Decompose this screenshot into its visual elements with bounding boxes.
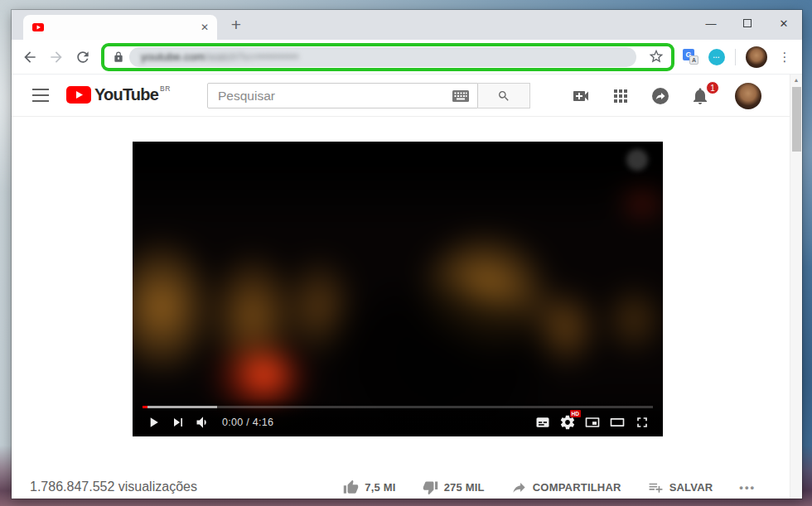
tab-close-icon[interactable]: ✕ — [201, 22, 209, 32]
apps-grid-icon — [611, 86, 631, 106]
search-input[interactable] — [208, 89, 452, 104]
play-icon — [145, 414, 162, 431]
save-label: SALVAR — [669, 481, 713, 494]
url-text[interactable]: youtube.com/watch?v=••••••••••• — [129, 47, 636, 67]
player-controls: 0:00 / 4:16 HD — [133, 398, 663, 436]
video-camera-plus-icon — [571, 86, 591, 106]
youtube-play-icon — [66, 86, 91, 104]
translate-extension-icon[interactable]: G A — [683, 49, 698, 65]
volume-icon — [195, 414, 211, 431]
theater-icon — [609, 414, 626, 431]
keyboard-icon[interactable] — [452, 90, 469, 102]
theater-mode-button[interactable] — [605, 412, 630, 432]
page-scrollbar[interactable]: ▲ — [790, 75, 802, 499]
dislike-button[interactable]: 275 MIL — [423, 479, 485, 495]
hamburger-menu-icon[interactable] — [32, 89, 49, 102]
maximize-button[interactable] — [729, 10, 766, 36]
thumb-up-icon — [343, 479, 359, 495]
captions-button[interactable] — [530, 412, 555, 432]
video-watermark-icon — [626, 149, 648, 171]
thumb-down-icon — [423, 479, 438, 495]
fullscreen-button[interactable] — [630, 412, 655, 432]
youtube-page: YouTube BR 1 — [12, 75, 802, 499]
hd-badge: HD — [570, 410, 581, 417]
url-path-blurred: /watch?v=••••••••••• — [205, 51, 298, 63]
volume-button[interactable] — [191, 412, 215, 432]
dislike-count: 275 MIL — [444, 481, 485, 494]
share-label: COMPARTILHAR — [533, 481, 621, 494]
window-controls: — ✕ — [693, 10, 802, 36]
browser-toolbar: youtube.com/watch?v=••••••••••• G A ••• … — [12, 40, 802, 75]
video-player[interactable]: 0:00 / 4:16 HD — [133, 142, 663, 436]
reload-button[interactable] — [70, 45, 95, 70]
playlist-add-icon — [648, 479, 664, 495]
scrollbar-up-icon[interactable]: ▲ — [790, 77, 802, 83]
youtube-favicon-icon — [31, 21, 45, 34]
miniplayer-icon — [584, 414, 601, 431]
scrollbar-thumb[interactable] — [792, 87, 801, 152]
lock-icon — [113, 51, 124, 63]
arrow-left-icon — [22, 49, 38, 65]
next-button[interactable] — [166, 412, 191, 432]
blurred-video-frame — [133, 142, 663, 436]
view-count: 1.786.847.552 visualizações — [30, 479, 197, 494]
star-icon — [648, 48, 665, 65]
video-actions: 7,5 MI 275 MIL COMPARTILHAR SALVAR ••• — [343, 479, 756, 495]
create-video-button[interactable] — [571, 86, 591, 106]
browser-tab-youtube[interactable]: ✕ — [23, 15, 217, 40]
back-button[interactable] — [17, 45, 42, 70]
search-box — [207, 83, 478, 108]
captions-icon — [534, 414, 551, 431]
new-tab-button[interactable]: + — [224, 13, 249, 36]
forward-button[interactable] — [44, 45, 69, 70]
youtube-country-code: BR — [160, 84, 171, 93]
youtube-profile-avatar[interactable] — [735, 83, 761, 109]
arrow-right-icon — [48, 49, 65, 65]
miniplayer-button[interactable] — [580, 412, 605, 432]
search-button[interactable] — [478, 83, 530, 108]
share-arrow-icon — [511, 479, 527, 495]
share-button[interactable]: COMPARTILHAR — [511, 479, 621, 495]
like-button[interactable]: 7,5 MI — [343, 479, 395, 495]
play-button[interactable] — [141, 412, 166, 432]
minimize-button[interactable]: — — [693, 10, 729, 36]
bookmark-star-button[interactable] — [648, 48, 666, 66]
search-icon — [497, 89, 510, 103]
notifications-button[interactable]: 1 — [690, 86, 715, 108]
youtube-logo-text: YouTube — [94, 86, 158, 104]
control-row: 0:00 / 4:16 HD — [133, 408, 663, 436]
settings-button[interactable]: HD — [555, 412, 580, 432]
reload-icon — [75, 49, 91, 65]
url-domain: youtube.com — [141, 51, 205, 63]
close-window-button[interactable]: ✕ — [766, 10, 802, 36]
fullscreen-icon — [634, 414, 650, 431]
translate-char: A — [689, 55, 698, 65]
notification-badge: 1 — [706, 81, 719, 94]
browser-profile-avatar[interactable] — [746, 46, 767, 68]
youtube-logo[interactable]: YouTube BR — [66, 86, 171, 104]
save-button[interactable]: SALVAR — [648, 479, 713, 495]
time-display: 0:00 / 4:16 — [222, 417, 273, 428]
chat-share-icon — [650, 86, 670, 106]
youtube-header: YouTube BR 1 — [12, 75, 802, 117]
next-icon — [170, 414, 186, 431]
tab-strip: ✕ + — ✕ — [12, 10, 802, 40]
url-bar-highlighted[interactable]: youtube.com/watch?v=••••••••••• — [101, 43, 674, 71]
browser-menu-button[interactable]: ⋮ — [777, 50, 792, 65]
circle-extension-icon[interactable]: ••• — [708, 49, 725, 65]
maximize-icon — [743, 19, 752, 27]
more-actions-button[interactable]: ••• — [739, 481, 756, 494]
apps-grid-button[interactable] — [611, 86, 631, 106]
browser-window: ✕ + — ✕ youtube.com/watch?v=••••••••••• — [12, 10, 802, 499]
extensions-area: G A ••• ⋮ — [683, 46, 792, 68]
like-count: 7,5 MI — [365, 481, 395, 494]
messages-button[interactable] — [650, 86, 670, 106]
toolbar-separator — [735, 49, 736, 65]
